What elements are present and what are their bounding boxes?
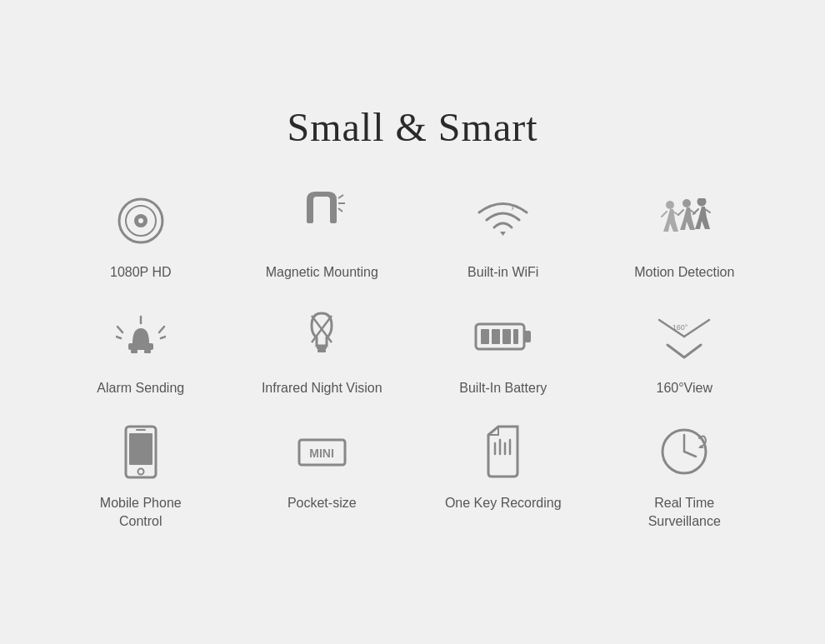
motion-icon bbox=[655, 192, 713, 250]
svg-rect-5 bbox=[330, 215, 337, 223]
svg-line-8 bbox=[338, 208, 342, 212]
svg-rect-25 bbox=[524, 331, 531, 342]
svg-line-14 bbox=[116, 337, 121, 338]
alarm-icon bbox=[112, 307, 170, 366]
svg-line-6 bbox=[338, 195, 343, 198]
svg-rect-29 bbox=[513, 329, 518, 344]
svg-rect-34 bbox=[129, 433, 152, 465]
svg-line-15 bbox=[159, 327, 164, 332]
feature-surveillance: Real TimeSurveillance bbox=[598, 422, 772, 532]
magnetic-icon bbox=[292, 192, 351, 250]
svg-point-9 bbox=[666, 201, 674, 209]
svg-point-10 bbox=[682, 199, 691, 207]
motion-label: Motion Detection bbox=[634, 263, 734, 282]
svg-rect-4 bbox=[307, 215, 313, 223]
svg-rect-28 bbox=[502, 329, 511, 344]
pocket-icon: MINI bbox=[292, 422, 351, 481]
feature-motion: Motion Detection bbox=[598, 192, 772, 282]
wifi-label: Built-in WiFi bbox=[468, 263, 538, 282]
view160-label: 160°View bbox=[657, 379, 712, 397]
svg-rect-18 bbox=[131, 350, 138, 353]
svg-rect-21 bbox=[318, 349, 326, 352]
mobile-icon bbox=[112, 422, 170, 481]
battery-label: Built-In Battery bbox=[459, 379, 547, 397]
feature-battery: Built-In Battery bbox=[417, 307, 590, 397]
surveillance-icon bbox=[655, 422, 713, 481]
feature-magnetic: Magnetic Mounting bbox=[236, 192, 409, 282]
feature-hd: 1080P HD bbox=[54, 192, 228, 282]
wifi-icon bbox=[474, 192, 532, 250]
feature-view160: 160° 160°View bbox=[598, 307, 772, 397]
svg-rect-36 bbox=[136, 429, 146, 431]
svg-point-35 bbox=[138, 468, 143, 474]
features-grid: 1080P HD Magnetic Mounting bbox=[54, 192, 771, 532]
svg-text:MINI: MINI bbox=[309, 447, 334, 460]
svg-text:160°: 160° bbox=[672, 323, 688, 332]
view160-icon: 160° bbox=[655, 307, 713, 366]
battery-icon bbox=[474, 307, 532, 366]
svg-rect-20 bbox=[317, 346, 327, 349]
svg-point-3 bbox=[138, 218, 143, 223]
recording-icon bbox=[474, 422, 532, 481]
svg-rect-12 bbox=[128, 343, 153, 350]
svg-rect-27 bbox=[492, 329, 500, 344]
infrared-label: Infrared Night Vision bbox=[262, 379, 382, 397]
svg-point-11 bbox=[698, 198, 707, 207]
infrared-icon bbox=[292, 307, 351, 366]
svg-line-31 bbox=[684, 320, 709, 337]
mobile-label: Mobile PhoneControl bbox=[100, 494, 182, 532]
feature-recording: One Key Recording bbox=[417, 422, 590, 532]
magnetic-label: Magnetic Mounting bbox=[266, 263, 378, 282]
pocket-label: Pocket-size bbox=[288, 494, 357, 512]
hd-icon bbox=[112, 192, 170, 250]
svg-rect-26 bbox=[481, 329, 489, 344]
hd-label: 1080P HD bbox=[110, 263, 172, 282]
svg-line-16 bbox=[161, 337, 166, 338]
svg-rect-19 bbox=[144, 350, 151, 353]
feature-mobile: Mobile PhoneControl bbox=[54, 422, 228, 532]
svg-line-13 bbox=[118, 327, 122, 332]
surveillance-label: Real TimeSurveillance bbox=[648, 494, 721, 532]
feature-pocket: MINI Pocket-size bbox=[236, 422, 409, 532]
alarm-label: Alarm Sending bbox=[97, 379, 184, 397]
svg-line-45 bbox=[684, 452, 696, 457]
page-title: Small & Smart bbox=[288, 104, 538, 150]
feature-infrared: Infrared Night Vision bbox=[236, 307, 409, 397]
feature-wifi: Built-in WiFi bbox=[417, 192, 590, 282]
feature-alarm: Alarm Sending bbox=[54, 307, 228, 397]
page-wrapper: Small & Smart 1080P HD bbox=[0, 71, 825, 573]
recording-label: One Key Recording bbox=[445, 494, 562, 512]
